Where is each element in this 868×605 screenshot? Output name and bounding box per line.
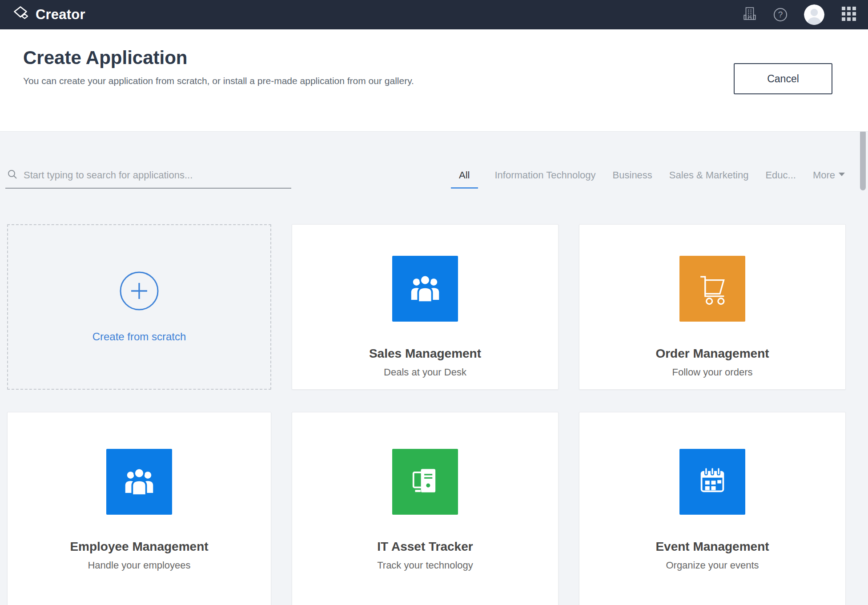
page-header: Create Application You can create your a… xyxy=(0,29,868,132)
brand-name: Creator xyxy=(36,7,85,23)
category-tabs: All Information Technology Business Sale… xyxy=(451,169,845,189)
app-card-tagline: Deals at your Desk xyxy=(384,367,466,378)
tab-business[interactable]: Business xyxy=(613,169,652,189)
app-card-sales-management[interactable]: Sales Management Deals at your Desk xyxy=(292,224,559,390)
search-input[interactable] xyxy=(24,169,290,181)
app-card-event-management[interactable]: Event Management Organize your events xyxy=(579,412,846,605)
tab-information-technology[interactable]: Information Technology xyxy=(495,169,596,189)
calendar-icon xyxy=(679,449,745,515)
top-navbar: Creator ? xyxy=(0,0,868,29)
help-icon[interactable]: ? xyxy=(774,8,787,21)
page-title: Create Application xyxy=(23,47,832,69)
brand[interactable]: Creator xyxy=(12,5,85,24)
people-group-icon xyxy=(106,449,172,515)
tab-more-label: More xyxy=(813,169,835,181)
tab-more[interactable]: More xyxy=(813,169,845,189)
app-card-tagline: Organize your events xyxy=(666,560,759,571)
creator-logo-icon xyxy=(12,5,29,24)
shopping-cart-icon xyxy=(679,256,745,322)
cancel-button[interactable]: Cancel xyxy=(734,63,832,94)
app-card-title: Employee Management xyxy=(70,540,208,554)
user-avatar[interactable] xyxy=(804,4,824,25)
computer-icon xyxy=(392,449,458,515)
app-card-title: Order Management xyxy=(655,347,769,361)
gallery-section: All Information Technology Business Sale… xyxy=(0,132,868,605)
app-card-title: IT Asset Tracker xyxy=(377,540,473,554)
building-icon[interactable] xyxy=(743,6,757,23)
search-icon xyxy=(7,169,18,182)
tab-education[interactable]: Educ... xyxy=(765,169,796,189)
plus-circle-icon xyxy=(119,271,159,311)
people-group-icon xyxy=(392,256,458,322)
create-from-scratch-label: Create from scratch xyxy=(92,331,186,343)
app-card-order-management[interactable]: Order Management Follow your orders xyxy=(579,224,846,390)
app-card-title: Sales Management xyxy=(369,347,481,361)
app-card-employee-management[interactable]: Employee Management Handle your employee… xyxy=(7,412,271,605)
apps-grid-icon[interactable] xyxy=(841,6,856,23)
app-card-title: Event Management xyxy=(655,540,769,554)
chevron-down-icon xyxy=(839,173,845,176)
app-card-it-asset-tracker[interactable]: IT Asset Tracker Track your technology xyxy=(292,412,559,605)
app-card-tagline: Follow your orders xyxy=(672,367,753,378)
page-subtitle: You can create your application from scr… xyxy=(23,76,832,86)
app-card-tagline: Track your technology xyxy=(377,560,473,571)
tab-sales-marketing[interactable]: Sales & Marketing xyxy=(669,169,749,189)
vertical-scrollbar-thumb[interactable] xyxy=(860,132,866,190)
app-card-tagline: Handle your employees xyxy=(88,560,190,571)
create-from-scratch-card[interactable]: Create from scratch xyxy=(7,224,271,390)
tab-all[interactable]: All xyxy=(451,169,478,189)
app-gallery-grid: Create from scratch Sales Management xyxy=(7,224,868,605)
search-input-wrap[interactable] xyxy=(5,169,291,189)
